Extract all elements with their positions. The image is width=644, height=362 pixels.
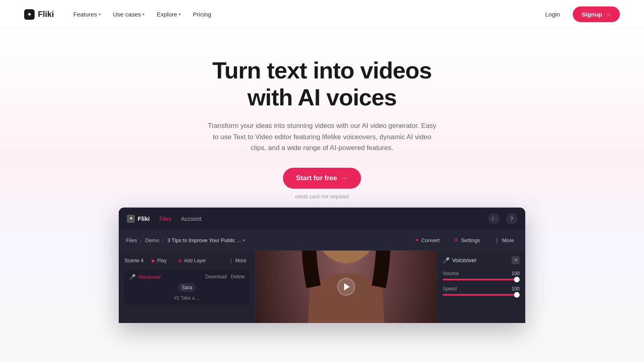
voiceover-properties-panel: 🎤 Voiceover ✕ Volume 100	[437, 251, 525, 323]
nav-left: ✦ Fliki Features ▾ Use cases ▾ Explore ▾…	[24, 8, 216, 21]
credit-note: credit card not required	[8, 193, 636, 200]
app-preview: ✦ Fliki Files Account ☾ ? Files › Demo ›…	[119, 208, 525, 323]
breadcrumb-current[interactable]: 3 Tips to Improve Your Public ... ▾	[167, 237, 245, 243]
chevron-down-icon: ▾	[99, 12, 101, 16]
volume-row: Volume 100	[443, 271, 520, 276]
breadcrumb-actions: ✦ Convert ⚙ Settings ⋮ More	[411, 235, 518, 245]
scene-header: Scene 4 ▶ Play ⊕ Add Layer ⋮ More	[124, 256, 250, 265]
video-play-button[interactable]	[337, 278, 355, 296]
nav-explore[interactable]: Explore ▾	[152, 8, 186, 21]
add-layer-button[interactable]: ⊕ Add Layer	[175, 256, 209, 265]
app-nav-right: ☾ ?	[488, 213, 517, 224]
nav-use-cases[interactable]: Use cases ▾	[108, 8, 149, 21]
voiceover-section: 🎤 Voiceover Download Delete Sara #3 Take…	[124, 270, 250, 305]
app-nav-files[interactable]: Files	[159, 216, 171, 222]
vo-close-button[interactable]: ✕	[512, 256, 520, 264]
speed-row: Speed 100	[443, 286, 520, 292]
mic-icon: 🎤	[443, 257, 450, 263]
download-link[interactable]: Download	[205, 274, 227, 280]
breadcrumb-files[interactable]: Files	[126, 237, 137, 243]
play-button[interactable]: ▶ Play	[149, 256, 170, 265]
main-nav: ✦ Fliki Features ▾ Use cases ▾ Explore ▾…	[0, 0, 644, 29]
arrow-right-icon: →	[605, 11, 611, 18]
cta-container: Start for free →	[8, 168, 636, 193]
arrow-right-icon: →	[341, 174, 348, 182]
scene-panel: Scene 4 ▶ Play ⊕ Add Layer ⋮ More	[119, 251, 256, 323]
volume-slider-fill	[443, 279, 520, 280]
start-free-button[interactable]: Start for free →	[283, 168, 361, 189]
nav-features[interactable]: Features ▾	[68, 8, 105, 21]
volume-label: Volume	[443, 271, 459, 276]
app-nav-left: ✦ Fliki Files Account	[127, 215, 201, 223]
settings-icon: ⚙	[454, 237, 458, 243]
add-icon: ⊕	[178, 258, 182, 263]
delete-link[interactable]: Delete	[231, 274, 245, 280]
voiceover-label: 🎤 Voiceover	[129, 274, 161, 280]
speed-property: Speed 100	[443, 286, 520, 296]
speed-slider-fill	[443, 294, 520, 296]
chevron-down-icon: ▾	[142, 12, 144, 16]
scene-more-button[interactable]: ⋮ More	[225, 256, 250, 265]
app-logo-icon: ✦	[127, 215, 135, 223]
more-icon: ⋮	[494, 237, 500, 243]
vo-panel-header: 🎤 Voiceover ✕	[443, 256, 520, 264]
volume-property: Volume 100	[443, 271, 520, 280]
hero-subtitle: Transform your ideas into stunning video…	[205, 120, 439, 153]
video-panel	[256, 251, 437, 323]
vo-panel-title: 🎤 Voiceover	[443, 257, 477, 263]
convert-icon: ✦	[415, 237, 419, 243]
volume-slider[interactable]	[443, 279, 520, 280]
logo-text: Fliki	[38, 10, 54, 19]
volume-slider-thumb[interactable]	[514, 277, 520, 282]
convert-button[interactable]: ✦ Convert	[411, 235, 444, 245]
speed-slider[interactable]	[443, 294, 520, 296]
breadcrumb-demo[interactable]: Demo	[145, 237, 159, 243]
hero-section: Turn text into videos with AI voices Tra…	[0, 29, 644, 343]
logo-icon: ✦	[24, 9, 35, 20]
breadcrumb-path: Files › Demo › 3 Tips to Improve Your Pu…	[126, 237, 245, 243]
help-icon[interactable]: ?	[506, 213, 517, 224]
breadcrumb-sep-2: ›	[162, 237, 164, 243]
login-button[interactable]: Login	[539, 8, 566, 21]
speed-label: Speed	[443, 286, 457, 292]
speed-slider-thumb[interactable]	[514, 292, 520, 298]
volume-value: 100	[512, 271, 520, 276]
app-content: Scene 4 ▶ Play ⊕ Add Layer ⋮ More	[119, 251, 525, 323]
speaker-tag[interactable]: Sara	[178, 283, 196, 292]
settings-button[interactable]: ⚙ Settings	[450, 235, 484, 245]
breadcrumb-bar: Files › Demo › 3 Tips to Improve Your Pu…	[119, 230, 525, 251]
more-icon: ⋮	[229, 258, 233, 263]
app-nav-account[interactable]: Account	[181, 216, 202, 222]
voiceover-header: 🎤 Voiceover Download Delete	[129, 274, 245, 280]
app-logo[interactable]: ✦ Fliki	[127, 215, 150, 223]
moon-icon[interactable]: ☾	[488, 213, 500, 224]
hero-title: Turn text into videos with AI voices	[8, 57, 636, 111]
voiceover-actions: Download Delete	[205, 274, 245, 280]
nav-right: Login Signup →	[539, 6, 620, 22]
breadcrumb-sep-1: ›	[140, 237, 142, 243]
chevron-down-icon: ▾	[243, 238, 245, 243]
scene-label: Scene 4	[124, 257, 144, 263]
logo[interactable]: ✦ Fliki	[24, 9, 54, 20]
scene-text-preview: #3 Take a ...	[129, 295, 245, 301]
more-button[interactable]: ⋮ More	[490, 235, 518, 245]
play-icon: ▶	[152, 258, 155, 263]
mic-icon: 🎤	[129, 274, 136, 280]
speed-value: 100	[512, 286, 520, 292]
nav-links: Features ▾ Use cases ▾ Explore ▾ Pricing	[68, 8, 216, 21]
chevron-down-icon: ▾	[179, 12, 181, 16]
nav-pricing[interactable]: Pricing	[188, 8, 216, 21]
signup-button[interactable]: Signup →	[573, 6, 620, 22]
app-navbar: ✦ Fliki Files Account ☾ ?	[119, 208, 525, 230]
